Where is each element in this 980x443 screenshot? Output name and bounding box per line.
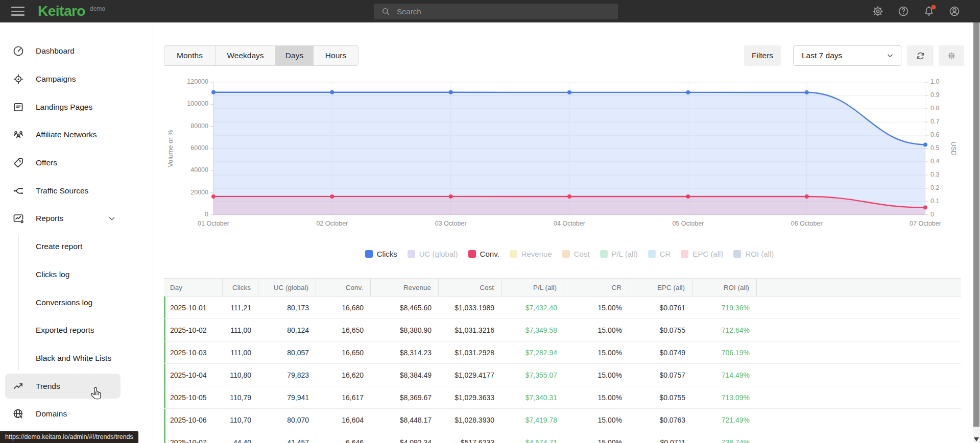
hamburger-menu-icon[interactable] xyxy=(11,7,25,16)
topbar: Keitaro demo Search xyxy=(0,0,980,22)
search-icon xyxy=(381,7,391,16)
x-axis-tick: 02 October xyxy=(306,220,357,227)
legend-label: P/L (all) xyxy=(612,250,638,258)
right-axis-tick: 0 xyxy=(930,211,934,218)
trends-icon xyxy=(12,380,25,392)
sidebar-item-create-report[interactable]: Create report xyxy=(0,233,153,261)
cell-cost: $1,031.2928 xyxy=(439,341,501,363)
cell-uc-global: 79,941 xyxy=(258,386,316,408)
legend-item-cr[interactable]: CR xyxy=(648,250,671,258)
tab-months[interactable]: Months xyxy=(164,46,216,65)
legend-item-p-l-all[interactable]: P/L (all) xyxy=(600,250,638,258)
column-header-roi-all[interactable]: ROI (all) xyxy=(692,279,757,296)
legend-swatch xyxy=(408,250,415,258)
cell-clicks: 111,00 xyxy=(223,319,258,341)
legend-item-uc-global[interactable]: UC (global) xyxy=(408,250,458,258)
search-input[interactable]: Search xyxy=(374,4,618,19)
cell-uc-global: 80,173 xyxy=(258,297,316,318)
cell-roi-all: 706.19% xyxy=(692,341,757,363)
trends-chart[interactable] xyxy=(213,82,925,215)
sidebar: DashboardCampaignsLandings PagesAffiliat… xyxy=(0,22,153,443)
topbar-actions xyxy=(872,0,961,22)
column-header-day[interactable]: Day xyxy=(164,279,223,296)
cell-epc-all: $0.0749 xyxy=(629,341,692,363)
left-axis-tick: 40000 xyxy=(173,166,208,174)
sidebar-item-affiliate-networks[interactable]: Affiliate Networks xyxy=(0,121,153,149)
cell-uc-global: 41,457 xyxy=(258,431,316,443)
legend-item-epc-all[interactable]: EPC (all) xyxy=(681,250,723,258)
legend-item-revenue[interactable]: Revenue xyxy=(510,250,552,258)
vertical-scrollbar[interactable] xyxy=(973,22,980,443)
sidebar-item-exported-reports[interactable]: Exported reports xyxy=(0,316,153,344)
tab-weekdays[interactable]: Weekdays xyxy=(216,46,276,65)
table-row[interactable]: 2025-10-0744,4041,4576,646$4,092.34$517.… xyxy=(164,431,961,443)
legend-item-cost[interactable]: Cost xyxy=(562,250,590,258)
cell-filler xyxy=(757,297,961,318)
gear-icon[interactable] xyxy=(872,5,884,17)
right-axis-title: USD xyxy=(950,141,958,155)
sidebar-item-dashboard[interactable]: Dashboard xyxy=(0,37,153,65)
table-row[interactable]: 2025-10-03111,0080,05716,650$8,314.23$1,… xyxy=(164,341,961,364)
sidebar-item-conversions-log[interactable]: Conversions log xyxy=(0,288,153,316)
sidebar-item-campaigns[interactable]: Campaigns xyxy=(0,65,153,93)
column-header-epc-all[interactable]: EPC (all) xyxy=(629,279,692,296)
column-header-revenue[interactable]: Revenue xyxy=(371,279,439,296)
cell-conv: 16,604 xyxy=(316,409,371,431)
column-header-uc-global[interactable]: UC (global) xyxy=(258,279,316,296)
cell-uc-global: 80,057 xyxy=(258,341,316,363)
column-header-cr[interactable]: CR xyxy=(564,279,629,296)
table-row[interactable]: 2025-10-02111,0080,12416,650$8,380.90$1,… xyxy=(164,319,961,341)
legend-label: EPC (all) xyxy=(692,250,723,258)
cell-cost: $1,028.3930 xyxy=(439,409,501,431)
sidebar-item-offers[interactable]: $Offers xyxy=(0,149,153,177)
tab-hours[interactable]: Hours xyxy=(314,46,358,65)
sidebar-item-trends[interactable]: Trends xyxy=(0,372,153,400)
sidebar-item-label: Dashboard xyxy=(36,46,75,56)
left-axis-tick: 100000 xyxy=(173,100,208,107)
cell-revenue: $8,314.23 xyxy=(371,341,439,363)
right-axis-tick: 0.1 xyxy=(930,198,939,205)
column-header-clicks[interactable]: Clicks xyxy=(223,279,258,296)
brand-logo[interactable]: Keitaro xyxy=(38,3,85,19)
right-axis-tick: 1.0 xyxy=(930,78,939,85)
filters-button[interactable]: Filters xyxy=(744,45,781,66)
account-icon[interactable] xyxy=(948,5,961,17)
table-row[interactable]: 2025-10-01111,2180,17316,680$8,465.60$1,… xyxy=(164,297,961,319)
notifications-icon[interactable] xyxy=(923,5,935,17)
cell-conv: 16,620 xyxy=(316,364,371,386)
sidebar-item-reports[interactable]: Reports xyxy=(0,205,153,233)
sidebar-item-black-and-white-lists[interactable]: Black and White Lists xyxy=(0,344,153,373)
cell-cr: 15.00% xyxy=(564,431,629,443)
date-range-select[interactable]: Last 7 days xyxy=(793,45,901,66)
left-axis-tick: 20000 xyxy=(173,189,208,196)
legend-item-conv[interactable]: Conv. xyxy=(468,250,499,258)
help-icon[interactable] xyxy=(897,5,910,17)
sidebar-item-traffic-sources[interactable]: Traffic Sources xyxy=(0,177,153,205)
cell-cr: 15.00% xyxy=(564,341,629,363)
sidebar-item-landings-pages[interactable]: Landings Pages xyxy=(0,93,153,121)
chevron-down-icon xyxy=(886,51,895,60)
cell-cr: 15.00% xyxy=(564,409,629,431)
column-header-conv[interactable]: Conv. xyxy=(316,279,371,296)
tab-days[interactable]: Days xyxy=(276,46,314,65)
table-row[interactable]: 2025-10-04110,8079,82316,620$8,384.49$1,… xyxy=(164,364,961,386)
table-row[interactable]: 2025-10-06110,7080,07016,604$8,448.17$1,… xyxy=(164,409,961,431)
legend-item-roi-all[interactable]: ROI (all) xyxy=(733,250,774,258)
chart-settings-gear-icon xyxy=(947,52,956,60)
left-axis-tick: 0 xyxy=(173,211,208,218)
refresh-button[interactable] xyxy=(907,45,934,66)
column-header-p-l-all[interactable]: P/L (all) xyxy=(501,279,564,296)
dashboard-icon xyxy=(12,45,25,57)
submenu-guide-line xyxy=(18,235,19,371)
cell-cr: 15.00% xyxy=(564,319,629,341)
legend-item-clicks[interactable]: Clicks xyxy=(365,250,397,258)
scrollbar-down-arrow-icon[interactable] xyxy=(974,437,979,441)
chart-settings-button[interactable] xyxy=(939,45,964,66)
column-header-cost[interactable]: Cost xyxy=(439,279,501,296)
environment-badge: demo xyxy=(90,5,105,12)
sidebar-item-domains[interactable]: Domains xyxy=(0,400,153,428)
scrollbar-thumb[interactable] xyxy=(973,22,979,427)
table-row[interactable]: 2025-10-05110,7979,94116,617$8,369.67$1,… xyxy=(164,386,961,409)
legend-swatch xyxy=(365,250,373,258)
sidebar-item-clicks-log[interactable]: Clicks log xyxy=(0,261,153,289)
